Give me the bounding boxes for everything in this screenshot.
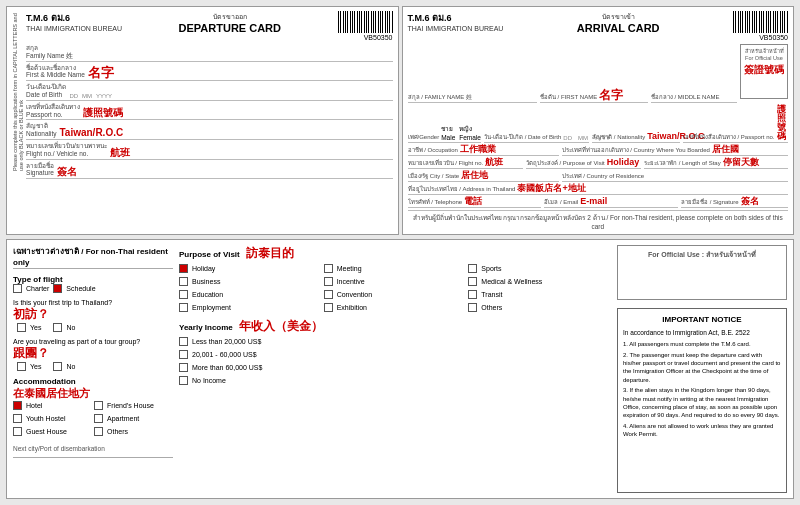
- accomm-others-row: Others: [94, 427, 173, 436]
- arr-visa-value: 簽證號碼: [744, 63, 784, 77]
- arr-flight-row: หมายเลขเที่ยวบิน / Flight no. 航班: [408, 158, 523, 169]
- dep-dob-mm: MM: [82, 93, 92, 99]
- dep-family-name-row: สกุล Family Name 姓: [26, 44, 392, 62]
- tour-group-no-cb[interactable]: [53, 362, 62, 371]
- income-mid-cb[interactable]: [179, 350, 188, 359]
- important-p4: 4. Aliens are not allowed to work unless…: [623, 422, 781, 439]
- arr-middlename-label: ชื่อกลาง / MIDDLE NAME: [651, 94, 720, 101]
- arr-flight-label: หมายเลขเที่ยวบิน / Flight no.: [408, 160, 484, 167]
- first-trip-no-row: No: [53, 323, 75, 332]
- bottom-section: เฉพาะชาวต่างชาติ / For non-Thai resident…: [6, 239, 794, 499]
- friends-house-label: Friend's House: [107, 402, 154, 409]
- arr-dob-dd: DD: [563, 135, 572, 141]
- dep-nationality-row: สัญชาติ Nationality Taiwan/R.O.C: [26, 122, 392, 140]
- accomm-title-th: 在泰國居住地方: [13, 386, 173, 401]
- arr-purpose-label: วัตถุประสงค์ / Purpose of Visit: [526, 160, 605, 167]
- arr-barcode-img: [733, 11, 788, 33]
- schedule-checkbox[interactable]: [53, 284, 62, 293]
- transit-label: Transit: [481, 291, 502, 298]
- others-cb[interactable]: [468, 303, 477, 312]
- arr-address-label: ที่อยู่ในประเทศไทย / Address in Thailand: [408, 186, 516, 193]
- arr-country-res-row: ประเทศ / Country of Residence: [562, 171, 789, 182]
- dep-passport-row: เลขที่หนังสือเดินทาง Passport no. 護照號碼: [26, 103, 392, 121]
- dep-first-name-value: 名字: [88, 66, 393, 79]
- dep-type-th: บัตรขาออก: [179, 11, 281, 22]
- arr-purpose-row: วัตถุประสงค์ / Purpose of Visit Holiday: [526, 158, 641, 169]
- sports-label: Sports: [481, 265, 501, 272]
- arr-family-row: สกุล / FAMILY NAME 姓: [408, 44, 537, 103]
- accomm-others-cb[interactable]: [94, 427, 103, 436]
- convention-cb[interactable]: [324, 290, 333, 299]
- arr-gender-row: เพศ/Gender ชาย Male หญิง Female: [408, 105, 481, 143]
- income-less20k-cb[interactable]: [179, 337, 188, 346]
- income-more60k-cb[interactable]: [179, 363, 188, 372]
- education-label: Education: [192, 291, 223, 298]
- holiday-cb[interactable]: [179, 264, 188, 273]
- dep-nationality-label2: Nationality: [26, 130, 56, 138]
- important-p1: 1. All passengers must complete the T.M.…: [623, 340, 781, 348]
- charter-checkbox[interactable]: [13, 284, 22, 293]
- charter-label: Charter: [26, 285, 49, 292]
- income-section: Yearly Income 年收入（美金） Less than 20,000 U…: [179, 318, 611, 387]
- tour-group-yes-row: Yes: [17, 362, 41, 371]
- arr-city-value: 居住地: [461, 171, 558, 180]
- arrival-card: T.M.6 ตม.6 THAI IMMIGRATION BUREAU บัตรข…: [402, 6, 795, 235]
- friends-house-row: Friend's House: [94, 401, 173, 410]
- arr-country-boarded-value: 居住國: [712, 145, 788, 154]
- arr-official-box: สำหรับเจ้าหน้าที่ For Official Use 簽證號碼: [740, 44, 788, 99]
- transit-cb[interactable]: [468, 290, 477, 299]
- dep-dob-yyyy: YYYY: [96, 93, 112, 99]
- purpose-grid: Holiday Meeting Sports Business Incentiv…: [179, 264, 611, 314]
- dep-family-name-label2: Family Name 姓: [26, 52, 73, 60]
- dep-type: DEPARTURE CARD: [179, 22, 281, 34]
- dep-barcode-area: VB50350: [338, 11, 393, 41]
- arr-country-boarded-label: ประเทศที่ท่านออกเดินทาง / Country Where …: [562, 147, 710, 154]
- tour-group-yes-cb[interactable]: [17, 362, 26, 371]
- medical-cb[interactable]: [468, 277, 477, 286]
- arr-length-label: ระยะเวลาพัก / Length of Stay: [644, 160, 721, 167]
- holiday-label: Holiday: [192, 265, 215, 272]
- income-less20k-label: Less than 20,000 US$: [192, 338, 261, 345]
- incentive-cb[interactable]: [324, 277, 333, 286]
- guest-house-cb[interactable]: [13, 427, 22, 436]
- exhibition-cb[interactable]: [324, 303, 333, 312]
- first-trip-yes-cb[interactable]: [17, 323, 26, 332]
- arr-flight-value: 航班: [485, 158, 523, 167]
- income-less20k-row: Less than 20,000 US$: [179, 337, 611, 346]
- apartment-cb[interactable]: [94, 414, 103, 423]
- arr-barcode-num: VB50350: [759, 34, 788, 41]
- youth-hostel-cb[interactable]: [13, 414, 22, 423]
- non-thai-header: เฉพาะชาวต่างชาติ / For non-Thai resident…: [13, 245, 173, 269]
- arr-footer-note: สำหรับผู้มีถิ่นพำนักในประเทศไทย กรุณากรอ…: [408, 210, 789, 230]
- dep-flight-row: หมายเลขเที่ยวบิน/ยานพาหนะ Flight no./ Ve…: [26, 142, 392, 160]
- income-title-en: Yearly Income: [179, 323, 233, 332]
- employment-cb[interactable]: [179, 303, 188, 312]
- first-trip-no-cb[interactable]: [53, 323, 62, 332]
- others-label: Others: [481, 304, 502, 311]
- hotel-row: Hotel: [13, 401, 92, 410]
- education-cb[interactable]: [179, 290, 188, 299]
- incentive-row: Incentive: [324, 277, 467, 286]
- arr-gender-female: หญิง Female: [459, 124, 481, 141]
- official-use-box: For Official Use : สำหรับเจ้าหน้าที่: [617, 245, 787, 300]
- first-trip-yes-row: Yes: [17, 323, 41, 332]
- youth-hostel-label: Youth Hostel: [26, 415, 65, 422]
- arr-email-row: อีเมล / Email E-mail: [544, 197, 678, 208]
- first-trip-section: Is this your first trip to Thailand? 初訪？…: [13, 299, 173, 334]
- business-cb[interactable]: [179, 277, 188, 286]
- sports-cb[interactable]: [468, 264, 477, 273]
- first-trip-question-th: 初訪？: [13, 306, 173, 323]
- meeting-cb[interactable]: [324, 264, 333, 273]
- exhibition-row: Exhibition: [324, 303, 467, 312]
- bottom-middle: Purpose of Visit 訪泰目的 Holiday Meeting Sp…: [179, 245, 611, 493]
- departure-card: Please complete this application form in…: [6, 6, 399, 235]
- apartment-row: Apartment: [94, 414, 173, 423]
- tour-group-no-row: No: [53, 362, 75, 371]
- arr-passport-value: 護照號碼: [777, 105, 789, 141]
- income-none-cb[interactable]: [179, 376, 188, 385]
- dep-flight-value: 航班: [110, 148, 393, 158]
- arr-barcode-area: VB50350: [733, 11, 788, 41]
- hotel-cb[interactable]: [13, 401, 22, 410]
- friends-house-cb[interactable]: [94, 401, 103, 410]
- arr-dob-row: วัน-เดือน-ปีเกิด / Date of Birth DD MM Y…: [484, 105, 589, 143]
